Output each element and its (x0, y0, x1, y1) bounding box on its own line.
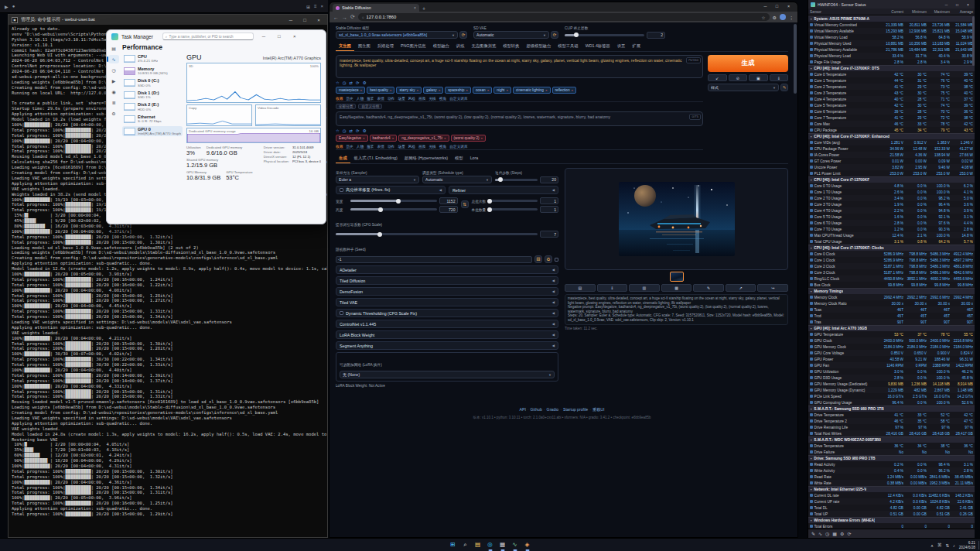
tab-图生图[interactable]: 图生图 (355, 42, 374, 51)
tab-模型转换[interactable]: 模型转换 (500, 42, 522, 51)
prompt-tag-chip[interactable]: starry sky× (396, 87, 422, 94)
nav-startup-apps[interactable]: ▶ (108, 77, 119, 85)
category-tab[interactable]: 服装 (367, 96, 374, 101)
sensor-row[interactable]: Physical Memory Load33.4 %31.7 %40.4 %33… (808, 53, 975, 59)
footer-link[interactable]: Github (531, 407, 542, 412)
tab-WD1.4标签器[interactable]: WD1.4标签器 (582, 42, 613, 51)
save-image-button[interactable]: ⇓ (597, 284, 628, 292)
perf-sidebar-item[interactable]: Disk 0 (C:)SSD 0% (122, 77, 183, 88)
category-tab[interactable]: 光线 (429, 144, 435, 149)
sensor-row[interactable]: Bus Clock99.8 MHz99.8 MHz99.8 MHz99.8 MH… (808, 282, 975, 288)
category-tab[interactable]: 自定义词库 (449, 144, 467, 149)
search-button[interactable]: ⌕ (460, 539, 470, 549)
sensor-row[interactable]: CPU Package45 °C34 °C79 °C43 °C (808, 127, 975, 133)
forward-button[interactable]: → (342, 15, 347, 20)
sensor-row[interactable]: GPU Memory Clock2184.0 MHz2184.0 MHz2184… (808, 344, 975, 350)
sensor-row[interactable]: Tras90T90T90T90T (808, 319, 975, 325)
list-icon[interactable]: ≡ (314, 4, 317, 9)
prompt-tag-chip[interactable]: masterpiece× (336, 87, 365, 94)
category-tab[interactable]: 画质 (418, 96, 425, 101)
sensor-row[interactable]: Core 4 T0 Usage2.2 %0.0 %94.8 %3.9 % (808, 207, 975, 214)
refresh-icon[interactable]: ⟳ (356, 80, 360, 85)
sensor-row[interactable]: GPU Temperature53 °C37 °C78 °C55 °C (808, 331, 975, 337)
close-icon[interactable]: × (320, 4, 323, 9)
category-tab[interactable]: 场景 (398, 144, 405, 149)
network-tab[interactable]: 嵌入式 (T.I. Embedding) (351, 154, 401, 163)
category-tab[interactable]: 服装 (367, 144, 374, 149)
prompt-textarea[interactable]: masterpiece, best quality, ultra-detaile… (336, 55, 703, 78)
browser-maximize-button[interactable]: □ (771, 2, 783, 10)
category-tab[interactable]: 人物 (357, 144, 364, 149)
sensor-row[interactable]: Virtual Memory Load58.2 %56.8 %64.8 %58.… (808, 34, 975, 40)
remove-tag-icon[interactable]: × (390, 88, 392, 92)
hwinfo-app[interactable]: ◈ (522, 539, 532, 549)
network-tab[interactable]: 超网络 (Hypernetworks) (401, 154, 451, 163)
hwinfo-close-button[interactable]: × (964, 2, 972, 7)
accordion-controlnet-v1-1-445[interactable]: ControlNet v1.1.445◀ (336, 320, 558, 328)
settings-icon[interactable]: ⚙ (840, 531, 844, 536)
refresh-checkpoints-button[interactable]: ⟳ (459, 31, 467, 39)
cfg-value[interactable]: 7 (540, 231, 558, 238)
sensor-row[interactable]: GPU Power40.58 W9.21 W188.46 W96.31 W (808, 356, 975, 362)
sensor-row[interactable]: Core 3 Clock5187.1 MHz798.8 MHz5486.3 MH… (808, 269, 975, 276)
sensor-row[interactable]: Physical Memory Available21,786 MB19,484… (808, 46, 975, 53)
sensor-row[interactable]: Core 5 Temperature42 °C30 °C74 °C39 °C (808, 102, 975, 108)
refresh-icon[interactable]: ⟳ (847, 531, 851, 536)
extensions-icon[interactable]: ⚙ (773, 15, 777, 20)
sensor-group-header[interactable]: ▼System: ASUS PRIME B760M-A (808, 15, 975, 22)
task-manager-app[interactable]: ∿ (510, 539, 520, 549)
remove-tag-icon[interactable]: × (439, 88, 441, 92)
random-seed-button[interactable]: ⚄ (534, 255, 542, 263)
terminal-app[interactable]: ▦ (497, 539, 507, 549)
sensor-row[interactable]: Core 3 Temperature43 °C30 °C75 °C40 °C (808, 90, 975, 96)
tray-expand-icon[interactable]: ∧ (930, 543, 934, 548)
grid-icon[interactable]: ⊞ (306, 4, 310, 9)
sensor-row[interactable]: GPU Memory Usage (Dynamic)1,229 MB482 MB… (808, 387, 975, 393)
record-icon[interactable]: ● (12, 4, 15, 9)
sensor-row[interactable]: Core 6 T0 Usage2.8 %0.0 %97.6 %4.4 % (808, 220, 975, 226)
sensor-row[interactable]: GPU D3D Usage2.8 %0.0 %100.0 %45.8 % (808, 375, 975, 381)
accordion-dynamic-thresholding-cfg-scale-fix-[interactable]: Dynamic Thresholding (CFG Scale Fix)◀ (336, 309, 558, 317)
footer-link[interactable]: Gradio (547, 407, 559, 412)
sensor-row[interactable]: Drive Temperature36 °C34 °C38 °C36 °C (808, 443, 975, 449)
batch-count-slider[interactable] (488, 200, 538, 202)
task-manager-maximize-button[interactable]: □ (274, 32, 285, 41)
negative-prompt-textarea[interactable]: EasyNegative, badhandv4, ng_deepnegative… (336, 111, 703, 126)
new-tab-button[interactable]: + (422, 6, 425, 12)
remove-tag-icon[interactable]: × (392, 136, 394, 140)
sensor-row[interactable]: Core 2 Clock5187.1 MHz798.8 MHz5486.3 MH… (808, 263, 975, 269)
sensor-row[interactable]: Page File Usage2.8 %2.8 %3.4 %2.9 % (808, 59, 975, 65)
tab-PNG图片信息[interactable]: PNG图片信息 (398, 42, 429, 51)
tab-模型工具箱[interactable]: 模型工具箱 (555, 42, 581, 51)
sampler-dropdown[interactable]: Euler a▼ (336, 176, 419, 183)
sensor-row[interactable]: Tcas46T46T46T46T (808, 306, 975, 313)
category-tab[interactable]: 历史 (346, 96, 353, 101)
gallery-thumbnail[interactable] (670, 272, 684, 282)
sensor-row[interactable]: Read Rate1.24 MB/s0.00 MB/s2841.6 MB/s38… (808, 474, 975, 480)
clear-prompt-button[interactable]: ⊘ (729, 74, 748, 81)
sensor-group-header[interactable]: ▼S.M.A.R.T.: Samsung SSD 980 PRO 1TB (808, 406, 975, 412)
terminal-maximize-button[interactable]: □ (299, 15, 310, 24)
sensor-row[interactable]: Core 1 T0 Usage2.6 %0.0 %100.0 %4.1 % (808, 189, 975, 195)
accordion-demofusion[interactable]: DemoFusion◀ (336, 287, 558, 296)
sensor-row[interactable]: GPU Clock2400.0 MHz900.0 MHz2400.0 MHz22… (808, 337, 975, 344)
reload-button[interactable]: ⟳ (350, 14, 355, 20)
category-tab[interactable]: 人物 (357, 96, 364, 101)
sensor-row[interactable]: Core Max46 °C33 °C78 °C42 °C (808, 121, 975, 127)
generated-image[interactable] (619, 182, 735, 256)
hwinfo-titlebar[interactable]: HWiNFO64 - Sensor Status ─ □ × (808, 0, 975, 9)
sensor-row[interactable]: Current DL rate12.4 KB/s0.0 KB/s11482.6 … (808, 492, 975, 498)
network-tab[interactable]: 模型 (452, 154, 466, 163)
category-tab[interactable]: 收藏 (336, 144, 343, 149)
sensor-row[interactable]: PL1 Power Limit253.0 W253.0 W253.0 W253.… (808, 170, 975, 176)
browser-close-button[interactable]: × (783, 2, 794, 10)
settings-icon[interactable]: ⚙ (363, 128, 367, 133)
sensor-group-header[interactable]: ▼S.M.A.R.T.: WDC WD40EZAZ-00SF3B0 (808, 436, 975, 443)
perf-sidebar-item[interactable]: GPU 0Intel(R) Arc(TM) A770 Graphics 3% (122, 126, 183, 137)
perf-sidebar-item[interactable]: Disk 1 (D:)SSD 1% (122, 90, 183, 101)
category-tab[interactable]: 历史 (346, 144, 353, 149)
clip-skip-value[interactable]: 2 (647, 32, 665, 39)
category-tab[interactable]: 风格 (408, 96, 415, 101)
tab-设置[interactable]: 设置 (614, 42, 629, 51)
sensor-row[interactable]: GT Cores Power0.01 W0.00 W0.09 W0.02 W (808, 158, 975, 164)
